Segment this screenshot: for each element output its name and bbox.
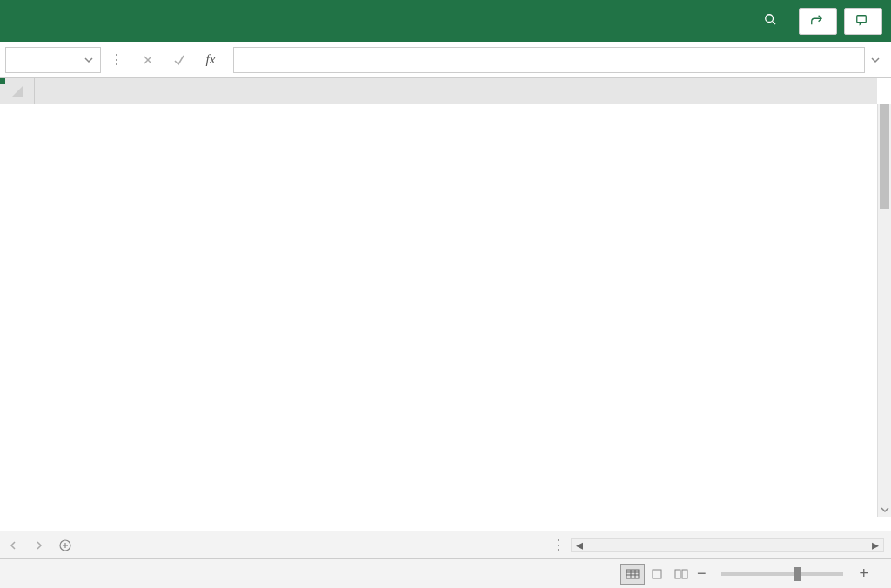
svg-rect-14 xyxy=(675,570,680,578)
svg-rect-15 xyxy=(682,570,687,578)
select-all-corner[interactable] xyxy=(0,78,35,104)
comment-button[interactable] xyxy=(844,8,882,35)
svg-rect-2 xyxy=(857,15,867,22)
search-area[interactable] xyxy=(754,13,792,29)
vertical-scrollbar[interactable] xyxy=(877,104,891,517)
tab-drag-icon[interactable]: ⋮ xyxy=(552,537,566,553)
horizontal-scrollbar[interactable]: ◂ ▸ xyxy=(571,538,884,552)
svg-point-0 xyxy=(766,15,774,23)
svg-rect-8 xyxy=(626,570,639,578)
view-page-break-button[interactable] xyxy=(669,564,693,585)
chevron-left-icon[interactable]: ◂ xyxy=(572,537,587,553)
view-normal-button[interactable] xyxy=(620,564,645,585)
sheet-tab-bar: ⋮ ◂ ▸ xyxy=(0,531,891,558)
comment-icon xyxy=(855,14,871,29)
column-headers xyxy=(35,78,877,104)
svg-line-1 xyxy=(773,22,776,25)
share-button[interactable] xyxy=(799,8,837,35)
zoom-in-button[interactable]: + xyxy=(855,565,872,583)
share-icon xyxy=(810,14,826,29)
formula-options-icon[interactable]: ⋮ xyxy=(101,47,132,73)
zoom-thumb[interactable] xyxy=(794,567,801,581)
fx-label[interactable]: fx xyxy=(195,47,226,73)
expand-formula-icon[interactable] xyxy=(865,56,886,64)
chevron-down-icon xyxy=(84,52,93,67)
zoom-out-button[interactable]: − xyxy=(693,565,710,583)
formula-bar: ⋮ fx xyxy=(0,42,891,78)
chevron-down-icon[interactable] xyxy=(878,503,891,517)
cancel-icon[interactable] xyxy=(132,47,164,73)
status-bar: − + xyxy=(0,558,891,588)
zoom-slider[interactable] xyxy=(721,572,843,576)
name-box[interactable] xyxy=(5,47,101,73)
search-icon xyxy=(764,13,776,29)
ribbon-menu xyxy=(0,0,891,42)
sheet-nav-next[interactable] xyxy=(26,541,52,550)
view-page-layout-button[interactable] xyxy=(645,564,669,585)
spreadsheet-grid xyxy=(0,78,891,531)
vscroll-thumb[interactable] xyxy=(880,104,889,209)
svg-rect-13 xyxy=(653,570,661,578)
add-sheet-button[interactable] xyxy=(52,538,78,552)
sheet-nav-prev[interactable] xyxy=(0,541,26,550)
chevron-right-icon[interactable]: ▸ xyxy=(868,537,883,553)
cells-area xyxy=(35,104,877,517)
formula-input[interactable] xyxy=(233,47,865,73)
enter-icon[interactable] xyxy=(164,47,195,73)
